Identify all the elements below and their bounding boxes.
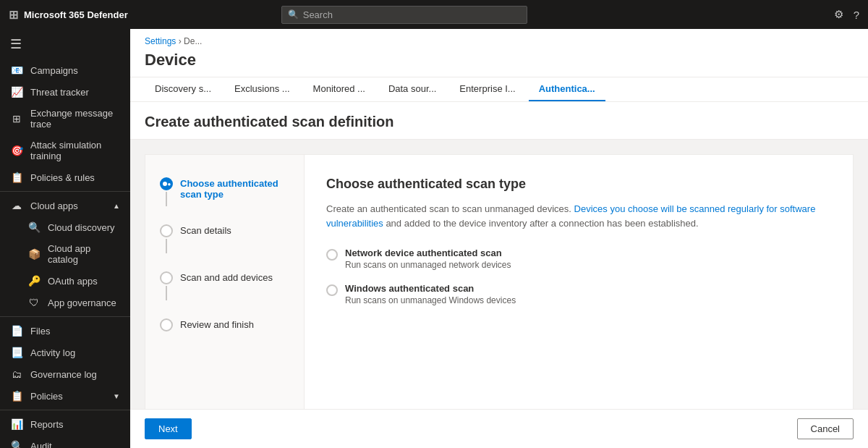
step-label-scan-add: Scan and add devices [180, 271, 273, 283]
step-label-choose-type: Choose authenticated scan type [180, 177, 289, 200]
step-label-review: Review and finish [180, 318, 254, 330]
wizard-content-desc: Create an authenticated scan to scan unm… [326, 202, 831, 230]
reports-icon: 📊 [10, 418, 23, 430]
sidebar-item-policies[interactable]: 📋 Policies & rules [0, 166, 130, 188]
policies-icon: 📋 [10, 172, 23, 183]
sidebar-item-cloud-app-catalog[interactable]: 📦 Cloud app catalog [0, 238, 130, 270]
attack-icon: 🎯 [10, 145, 23, 156]
threat-icon: 📈 [10, 86, 23, 98]
sidebar-item-threat-tracker[interactable]: 📈 Threat tracker [0, 81, 130, 103]
wizard-steps: Choose authenticated scan type Scan deta… [145, 155, 305, 448]
wizard-step-scan-details[interactable]: Scan details [160, 224, 289, 253]
audit-icon: 🔍 [10, 440, 23, 448]
sidebar-label: Policies & rules [30, 172, 95, 183]
sidebar-item-campaigns[interactable]: 📧 Campaigns [0, 59, 130, 81]
modal-title-bar: Create authenticated scan definition [130, 102, 868, 140]
search-icon: 🔍 [288, 9, 299, 20]
app-name: Microsoft 365 Defender [24, 9, 128, 20]
expand2-icon: ▼ [113, 392, 120, 400]
search-input[interactable] [303, 9, 521, 20]
radio-option-network[interactable]: Network device authenticated scan Run sc… [326, 248, 831, 270]
search-bar[interactable]: 🔍 [281, 6, 527, 24]
tab-data-sour[interactable]: Data sour... [378, 77, 446, 101]
tabs-bar: Discovery s... Exclusions ... Monitored … [130, 77, 868, 102]
next-button[interactable]: Next [145, 418, 192, 439]
sidebar-label: App governance [48, 297, 116, 308]
modal-title: Create authenticated scan definition [145, 114, 854, 130]
radio-option-windows[interactable]: Windows authenticated scan Run scans on … [326, 283, 831, 305]
tab-authenticated[interactable]: Authentica... [529, 77, 605, 101]
campaigns-icon: 📧 [10, 64, 23, 76]
sidebar-item-reports[interactable]: 📊 Reports [0, 413, 130, 435]
sidebar-item-attack-sim[interactable]: 🎯 Attack simulation training [0, 135, 130, 166]
sidebar-item-activity-log[interactable]: 📃 Activity log [0, 342, 130, 363]
activity-icon: 📃 [10, 347, 23, 358]
settings-icon[interactable]: ⚙ [834, 8, 843, 21]
hamburger-icon[interactable]: ☰ [0, 29, 130, 59]
sidebar-label: Activity log [30, 347, 75, 358]
tab-discovery-s[interactable]: Discovery s... [145, 77, 221, 101]
sidebar-item-cloud-apps[interactable]: ☁ Cloud apps ▲ [0, 195, 130, 216]
breadcrumb: Settings › De... [145, 36, 854, 46]
catalog-icon: 📦 [27, 248, 41, 260]
tab-exclusions[interactable]: Exclusions ... [224, 77, 300, 101]
topbar-actions: ⚙ ? [834, 8, 859, 21]
sidebar-label: Attack simulation training [30, 140, 120, 161]
breadcrumb-settings[interactable]: Settings [145, 36, 176, 46]
sidebar-label: Threat tracker [30, 87, 89, 98]
sidebar-label: Governance log [30, 369, 97, 380]
sidebar-label: Campaigns [30, 65, 78, 76]
page-header: Settings › De... Device [130, 29, 868, 77]
radio-circle-windows [326, 284, 338, 296]
sidebar-label: Exchange message trace [30, 108, 120, 130]
radio-text-network: Network device authenticated scan Run sc… [345, 248, 511, 270]
breadcrumb-separator: › [179, 36, 184, 46]
sidebar-item-audit[interactable]: 🔍 Audit [0, 435, 130, 448]
page-title-row: Device [145, 51, 854, 77]
exchange-icon: ⊞ [10, 113, 23, 124]
wizard-container: Choose authenticated scan type Scan deta… [145, 154, 854, 448]
wizard-content: Choose authenticated scan type Create an… [305, 155, 853, 448]
cancel-button[interactable]: Cancel [797, 418, 854, 439]
topbar: ⊞ Microsoft 365 Defender 🔍 ⚙ ? [0, 0, 868, 29]
app-logo: ⊞ Microsoft 365 Defender [9, 8, 128, 22]
sidebar-label: Reports [30, 419, 64, 430]
sidebar-label: Audit [30, 441, 52, 449]
desc-text-2: and added to the device inventory after … [386, 218, 698, 229]
wizard-content-title: Choose authenticated scan type [326, 177, 831, 192]
sidebar-label: Cloud apps [30, 200, 78, 211]
radio-circle-network [326, 249, 338, 261]
main-content: Settings › De... Device Discovery s... E… [130, 29, 868, 448]
wizard-step-choose-type[interactable]: Choose authenticated scan type [160, 177, 289, 206]
wizard-step-review[interactable]: Review and finish [160, 318, 289, 331]
tab-monitored[interactable]: Monitored ... [303, 77, 375, 101]
wizard-step-scan-add[interactable]: Scan and add devices [160, 271, 289, 300]
breadcrumb-device: De... [184, 36, 202, 46]
page-title: Device [145, 51, 196, 77]
sidebar-item-governance-log[interactable]: 🗂 Governance log [0, 363, 130, 385]
wizard-footer: Next Cancel [130, 409, 868, 448]
sidebar-item-cloud-discovery[interactable]: 🔍 Cloud discovery [0, 216, 130, 238]
cloud-apps-icon: ☁ [10, 200, 23, 211]
sidebar-item-app-governance[interactable]: 🛡 App governance [0, 292, 130, 313]
sidebar-item-exchange[interactable]: ⊞ Exchange message trace [0, 103, 130, 135]
step-circle-choose-type [160, 177, 173, 190]
cloud-discovery-icon: 🔍 [27, 221, 41, 233]
radio-title-network: Network device authenticated scan [345, 248, 511, 258]
help-icon[interactable]: ? [854, 9, 859, 21]
step-circle-scan-add [160, 271, 173, 284]
step-circle-review [160, 318, 173, 331]
sidebar-item-oauth-apps[interactable]: 🔑 OAuth apps [0, 270, 130, 292]
svg-point-0 [163, 182, 167, 186]
expand-icon: ▲ [113, 202, 120, 210]
step-label-scan-details: Scan details [180, 224, 231, 236]
sidebar-label: OAuth apps [48, 276, 98, 287]
policies2-icon: 📋 [10, 390, 23, 402]
sidebar-item-policies-expand[interactable]: 📋 Policies ▼ [0, 385, 130, 407]
tab-enterprise[interactable]: Enterprise I... [449, 77, 525, 101]
radio-title-windows: Windows authenticated scan [345, 283, 516, 294]
sidebar-item-files[interactable]: 📄 Files [0, 320, 130, 342]
oauth-icon: 🔑 [27, 275, 41, 287]
desc-text-1: Create an authenticated scan to scan unm… [326, 203, 571, 214]
sidebar-label: Cloud discovery [48, 222, 115, 233]
